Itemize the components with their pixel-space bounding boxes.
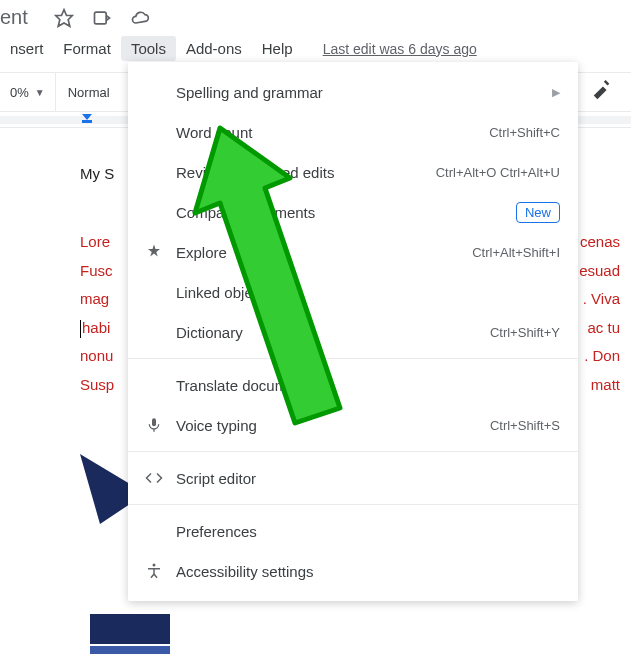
separator [128,451,578,452]
menu-tools[interactable]: Tools [121,36,176,61]
separator [128,504,578,505]
menu-item-spelling[interactable]: Spelling and grammar ▶ [128,72,578,112]
svg-rect-5 [90,614,170,644]
menu-item-script-editor[interactable]: Script editor [128,458,578,498]
svg-rect-3 [82,120,92,123]
shortcut: Ctrl+Alt+O Ctrl+Alt+U [436,165,560,180]
zoom-select[interactable]: 0% ▼ [0,73,56,111]
zoom-value: 0% [10,85,29,100]
microphone-icon [142,416,166,434]
menu-item-preferences[interactable]: Preferences [128,511,578,551]
svg-rect-7 [152,418,156,426]
shortcut: Ctrl+Alt+Shift+I [472,245,560,260]
code-icon [142,469,166,487]
menu-item-translate[interactable]: Translate document [128,365,578,405]
submenu-arrow-icon: ▶ [552,86,560,99]
new-badge: New [516,202,560,223]
ruler-indent-marker[interactable] [82,114,92,126]
menu-item-explore[interactable]: Explore Ctrl+Alt+Shift+I [128,232,578,272]
shortcut: Ctrl+Shift+C [489,125,560,140]
cloud-icon[interactable] [130,8,150,32]
svg-rect-6 [90,646,170,654]
menu-item-voice-typing[interactable]: Voice typing Ctrl+Shift+S [128,405,578,445]
svg-marker-0 [56,10,73,27]
paragraph-style-select[interactable]: Normal [56,73,122,111]
menu-item-dictionary[interactable]: Dictionary Ctrl+Shift+Y [128,312,578,352]
tools-dropdown: Spelling and grammar ▶ Word count Ctrl+S… [128,62,578,601]
star-icon[interactable] [54,8,74,32]
shortcut: Ctrl+Shift+Y [490,325,560,340]
separator [128,358,578,359]
menu-item-review-edits[interactable]: Review suggested edits Ctrl+Alt+O Ctrl+A… [128,152,578,192]
accessibility-icon [142,562,166,580]
menu-bar: nsert Format Tools Add-ons Help Last edi… [0,36,477,61]
explore-icon [142,243,166,261]
caret-down-icon: ▼ [35,87,45,98]
last-edit-link[interactable]: Last edit was 6 days ago [323,41,477,57]
svg-rect-1 [95,12,107,24]
menu-item-accessibility[interactable]: Accessibility settings [128,551,578,591]
menu-help[interactable]: Help [252,36,303,61]
menu-addons[interactable]: Add-ons [176,36,252,61]
menu-item-word-count[interactable]: Word count Ctrl+Shift+C [128,112,578,152]
menu-insert[interactable]: nsert [0,36,53,61]
shortcut: Ctrl+Shift+S [490,418,560,433]
svg-point-8 [153,564,156,567]
menu-item-compare[interactable]: Compare documents New [128,192,578,232]
svg-marker-2 [82,114,92,120]
menu-item-linked-objects[interactable]: Linked objects [128,272,578,312]
highlight-pen-icon[interactable] [591,80,613,106]
style-value: Normal [68,85,110,100]
menu-format[interactable]: Format [53,36,121,61]
move-icon[interactable] [92,8,112,32]
